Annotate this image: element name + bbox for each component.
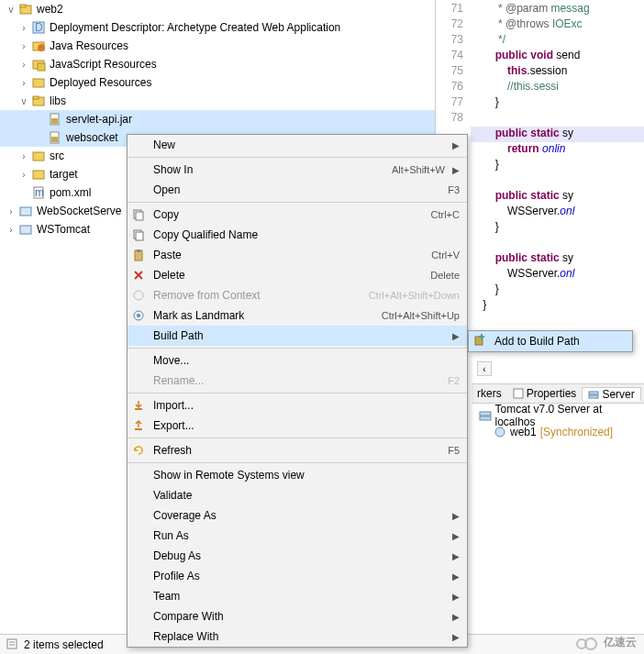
scroll-left-button[interactable]: ‹ <box>477 361 492 376</box>
menu-add-to-build-path[interactable]: Add to Build Path <box>469 331 632 351</box>
server-icon <box>479 409 492 422</box>
chevron-right-icon: ▶ <box>452 331 460 341</box>
properties-icon <box>513 388 524 399</box>
menu-show-in[interactable]: Show InAlt+Shift+W▶ <box>128 160 467 180</box>
svg-text:D: D <box>35 21 43 34</box>
menu-export[interactable]: Export... <box>128 416 467 436</box>
menu-coverage-as[interactable]: Coverage As▶ <box>128 505 467 526</box>
landmark-icon <box>131 308 146 323</box>
menu-replace-with[interactable]: Replace With▶ <box>128 626 467 647</box>
menu-refresh[interactable]: RefreshF5 <box>128 440 467 460</box>
tree-item-jar[interactable]: servlet-api.jar <box>0 110 435 128</box>
svg-rect-10 <box>33 96 39 99</box>
tree-item[interactable]: › Deployed Resources <box>0 73 435 92</box>
svg-rect-15 <box>33 152 44 161</box>
tree-item[interactable]: › Java Resources <box>0 37 435 55</box>
delete-icon <box>131 268 146 283</box>
chevron-right-icon: ▶ <box>452 551 460 561</box>
separator <box>128 202 467 203</box>
tree-item[interactable]: › JavaScript Resources <box>0 55 435 73</box>
folder-icon <box>31 149 46 163</box>
expand-icon[interactable]: › <box>18 23 29 33</box>
separator <box>128 348 467 349</box>
svg-rect-26 <box>137 249 140 252</box>
menu-copy-qualified[interactable]: Copy Qualified Name <box>128 225 467 245</box>
menu-show-remote[interactable]: Show in Remote Systems view <box>128 465 467 485</box>
menu-rename: Rename...F2 <box>128 371 467 391</box>
expand-icon[interactable]: › <box>6 206 17 216</box>
svg-point-31 <box>137 314 140 317</box>
expand-icon[interactable]: › <box>18 170 29 180</box>
svg-rect-41 <box>480 416 491 420</box>
svg-rect-33 <box>135 428 142 430</box>
project-icon <box>18 204 33 218</box>
svg-point-29 <box>134 291 143 300</box>
project-root[interactable]: v web2 <box>0 0 435 18</box>
menu-delete[interactable]: DeleteDelete <box>128 265 467 285</box>
svg-rect-19 <box>20 207 31 216</box>
menu-validate[interactable]: Validate <box>128 485 467 505</box>
svg-rect-36 <box>479 336 484 338</box>
expand-icon[interactable]: › <box>6 225 17 235</box>
tab-markers[interactable]: rkers <box>472 387 507 400</box>
deployed-resources-icon <box>31 75 46 90</box>
folder-icon <box>31 167 46 182</box>
build-path-submenu: Add to Build Path <box>468 330 633 352</box>
menu-paste[interactable]: PasteCtrl+V <box>128 245 467 265</box>
chevron-right-icon: ▶ <box>452 632 460 642</box>
svg-text:m: m <box>35 186 44 199</box>
menu-run-as[interactable]: Run As▶ <box>128 526 467 546</box>
expand-icon[interactable]: › <box>18 60 29 70</box>
menu-mark-landmark[interactable]: Mark as LandmarkCtrl+Alt+Shift+Up <box>128 305 467 326</box>
menu-copy[interactable]: CopyCtrl+C <box>128 205 467 225</box>
expand-icon[interactable]: › <box>18 151 29 161</box>
chevron-right-icon: ▶ <box>452 592 460 602</box>
servers-icon <box>588 389 599 400</box>
svg-rect-43 <box>7 639 17 648</box>
servers-view[interactable]: Tomcat v7.0 Server at localhos web1 [Syn… <box>475 404 644 444</box>
folder-icon <box>31 94 46 108</box>
separator <box>128 157 467 158</box>
chevron-right-icon: ▶ <box>452 140 460 150</box>
import-icon <box>131 398 146 413</box>
refresh-icon <box>131 443 146 458</box>
svg-point-42 <box>495 427 505 437</box>
separator <box>128 462 467 463</box>
tree-item-libs[interactable]: v libs <box>0 92 435 110</box>
menu-compare-with[interactable]: Compare With▶ <box>128 606 467 626</box>
deployment-descriptor-icon: D <box>31 20 46 35</box>
svg-rect-39 <box>589 395 598 398</box>
svg-rect-14 <box>51 137 58 142</box>
watermark: 亿速云 <box>576 635 637 650</box>
expand-icon[interactable]: › <box>18 78 29 88</box>
menu-profile-as[interactable]: Profile As▶ <box>128 566 467 586</box>
tree-item[interactable]: › D Deployment Descriptor: Archetype Cre… <box>0 18 435 37</box>
menu-build-path[interactable]: Build Path▶ <box>128 326 467 346</box>
svg-rect-32 <box>135 408 142 410</box>
tab-servers[interactable]: Server <box>582 387 640 401</box>
menu-team[interactable]: Team▶ <box>128 586 467 606</box>
xml-icon: m <box>31 185 46 200</box>
expand-icon[interactable]: › <box>18 41 29 51</box>
project-icon <box>18 2 33 17</box>
server-item[interactable]: Tomcat v7.0 Server at localhos <box>479 407 640 424</box>
remove-icon <box>131 288 146 303</box>
menu-new[interactable]: New▶ <box>128 135 467 155</box>
chevron-right-icon: ▶ <box>452 165 460 175</box>
tab-properties[interactable]: Properties <box>507 387 583 400</box>
menu-import[interactable]: Import... <box>128 395 467 416</box>
svg-point-5 <box>38 44 45 51</box>
svg-rect-22 <box>136 212 143 220</box>
svg-rect-24 <box>136 232 143 240</box>
menu-open[interactable]: OpenF3 <box>128 180 467 200</box>
collapse-icon[interactable]: v <box>18 96 29 106</box>
menu-remove-context: Remove from ContextCtrl+Alt+Shift+Down <box>128 285 467 305</box>
menu-move[interactable]: Move... <box>128 350 467 371</box>
expand-icon[interactable]: v <box>6 5 17 15</box>
jar-add-icon <box>472 334 487 349</box>
svg-rect-1 <box>20 5 26 7</box>
menu-debug-as[interactable]: Debug As▶ <box>128 546 467 566</box>
chevron-right-icon: ▶ <box>452 511 460 521</box>
selection-icon <box>6 637 20 652</box>
export-icon <box>131 418 146 433</box>
